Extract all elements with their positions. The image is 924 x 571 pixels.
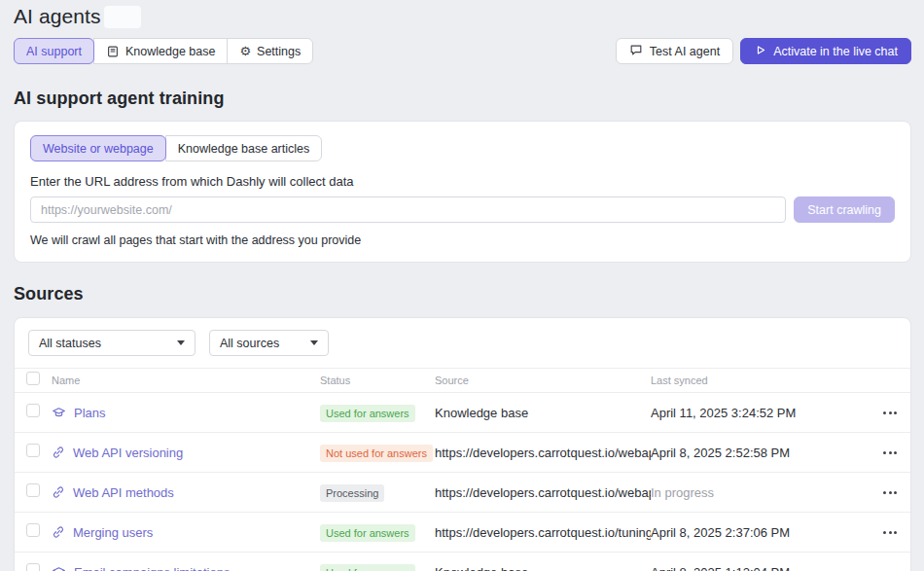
training-tab-group: Website or webpage Knowledge base articl… bbox=[30, 135, 322, 161]
status-badge: Used for answers bbox=[320, 405, 415, 422]
column-header-name: Name bbox=[52, 375, 320, 386]
source-name-label: Email campaigns limitations bbox=[74, 565, 230, 571]
tab-ai-support[interactable]: AI support bbox=[14, 38, 94, 64]
source-value: Knowledge base bbox=[435, 406, 651, 420]
status-badge: Used for answers bbox=[320, 524, 415, 542]
source-name-label: Web API versioning bbox=[73, 446, 183, 460]
table-row: Email campaigns limitations Used for ans… bbox=[15, 553, 910, 571]
row-actions-menu-button[interactable] bbox=[856, 485, 899, 500]
row-checkbox[interactable] bbox=[26, 444, 40, 457]
tab-kb-articles-label: Knowledge base articles bbox=[178, 142, 310, 156]
kebab-icon bbox=[883, 451, 886, 454]
tab-website-or-webpage[interactable]: Website or webpage bbox=[30, 135, 166, 161]
source-filter-value: All sources bbox=[220, 337, 279, 350]
test-ai-agent-button[interactable]: Test AI agent bbox=[616, 38, 733, 64]
chevron-down-icon bbox=[310, 340, 318, 345]
row-actions-menu-button[interactable] bbox=[856, 565, 899, 571]
source-name-link[interactable]: Merging users bbox=[52, 525, 320, 540]
row-actions-menu-button[interactable] bbox=[856, 406, 899, 420]
tab-knowledge-base-label: Knowledge base bbox=[125, 45, 215, 58]
kebab-icon bbox=[883, 531, 886, 534]
status-badge: Processing bbox=[320, 484, 384, 502]
chat-bubble-icon bbox=[629, 43, 643, 59]
activate-live-chat-label: Activate in the live chat bbox=[773, 45, 898, 58]
column-header-status: Status bbox=[320, 375, 435, 386]
table-header-row: Name Status Source Last synced bbox=[15, 368, 910, 393]
source-name-link[interactable]: Web API methods bbox=[52, 485, 320, 500]
link-icon bbox=[52, 525, 65, 539]
title-edit-highlight bbox=[104, 6, 141, 28]
tab-knowledge-base-articles[interactable]: Knowledge base articles bbox=[165, 135, 323, 161]
status-filter-select[interactable]: All statuses bbox=[28, 330, 195, 356]
header-bar: AI support Knowledge base ⚙ Settings bbox=[14, 38, 911, 64]
last-synced-value: April 11, 2025 3:24:52 PM bbox=[651, 406, 856, 420]
url-label: Enter the URL address from which Dashly … bbox=[30, 174, 895, 189]
start-crawling-button[interactable]: Start crawling bbox=[794, 196, 895, 223]
column-header-last-synced: Last synced bbox=[651, 375, 856, 386]
table-body: Plans Used for answers Knowledge base Ap… bbox=[15, 393, 910, 571]
source-value: https://developers.carrotquest.io/tuning… bbox=[435, 525, 651, 540]
sources-table: Name Status Source Last synced Plans Use… bbox=[15, 368, 910, 571]
tab-settings[interactable]: ⚙ Settings bbox=[227, 38, 313, 64]
last-synced-value: April 8, 2025 2:52:58 PM bbox=[651, 446, 856, 460]
tab-settings-label: Settings bbox=[257, 45, 301, 58]
source-value: https://developers.carrotquest.io/webapi… bbox=[435, 485, 651, 500]
link-icon bbox=[52, 485, 65, 499]
knowledge-base-icon bbox=[52, 406, 66, 420]
select-all-checkbox[interactable] bbox=[26, 372, 40, 385]
url-input-row: Start crawling bbox=[30, 196, 895, 223]
source-name-link[interactable]: Plans bbox=[52, 406, 320, 420]
gear-icon: ⚙ bbox=[239, 45, 251, 57]
table-row: Web API versioning Not used for answers … bbox=[15, 433, 910, 473]
chevron-down-icon bbox=[177, 340, 185, 345]
play-icon bbox=[754, 44, 766, 59]
last-synced-value: April 8, 2025 2:37:06 PM bbox=[651, 525, 856, 540]
sources-heading: Sources bbox=[14, 284, 911, 304]
last-synced-value: In progress bbox=[651, 485, 856, 500]
status-badge: Used for answers bbox=[320, 564, 415, 571]
page-title: AI agents bbox=[14, 5, 101, 28]
training-card: Website or webpage Knowledge base articl… bbox=[14, 121, 911, 263]
tab-website-label: Website or webpage bbox=[43, 142, 154, 156]
source-name-label: Plans bbox=[74, 406, 106, 420]
knowledge-base-icon bbox=[52, 565, 66, 571]
status-filter-value: All statuses bbox=[39, 337, 101, 350]
source-name-link[interactable]: Email campaigns limitations bbox=[52, 565, 320, 571]
training-heading: AI support agent training bbox=[14, 89, 911, 109]
row-actions-menu-button[interactable] bbox=[856, 446, 899, 460]
row-checkbox[interactable] bbox=[26, 523, 40, 537]
filters-row: All statuses All sources bbox=[15, 330, 910, 356]
source-name-label: Merging users bbox=[73, 525, 153, 540]
kebab-icon bbox=[883, 411, 886, 414]
column-header-source: Source bbox=[435, 375, 651, 386]
header-actions: Test AI agent Activate in the live chat bbox=[616, 38, 911, 64]
tab-ai-support-label: AI support bbox=[26, 45, 82, 58]
source-name-link[interactable]: Web API versioning bbox=[52, 446, 320, 460]
source-filter-select[interactable]: All sources bbox=[209, 330, 329, 356]
title-row: AI agents bbox=[14, 4, 911, 29]
row-checkbox[interactable] bbox=[26, 483, 40, 497]
activate-live-chat-button[interactable]: Activate in the live chat bbox=[740, 38, 911, 64]
row-checkbox[interactable] bbox=[26, 563, 40, 571]
table-row: Plans Used for answers Knowledge base Ap… bbox=[15, 393, 910, 433]
source-name-label: Web API methods bbox=[73, 485, 174, 500]
status-badge: Not used for answers bbox=[320, 445, 433, 462]
page: AI agents AI support Knowledge base ⚙ Se… bbox=[0, 0, 924, 571]
source-value: Knowledge base bbox=[435, 565, 651, 571]
test-ai-agent-label: Test AI agent bbox=[650, 45, 720, 58]
row-checkbox[interactable] bbox=[26, 404, 40, 417]
row-actions-menu-button[interactable] bbox=[856, 525, 899, 540]
crawl-helper-text: We will crawl all pages that start with … bbox=[30, 233, 895, 247]
table-row: Merging users Used for answers https://d… bbox=[15, 513, 910, 553]
last-synced-value: April 8, 2025 1:12:04 PM bbox=[651, 565, 856, 571]
source-value: https://developers.carrotquest.io/webapi… bbox=[435, 446, 651, 460]
start-crawling-label: Start crawling bbox=[807, 203, 881, 217]
kebab-icon bbox=[883, 491, 886, 494]
notebook-icon bbox=[106, 45, 120, 58]
url-input[interactable] bbox=[30, 196, 786, 223]
header-tab-group: AI support Knowledge base ⚙ Settings bbox=[14, 38, 313, 64]
tab-knowledge-base[interactable]: Knowledge base bbox=[93, 38, 228, 64]
link-icon bbox=[52, 446, 65, 459]
table-row: Web API methods Processing https://devel… bbox=[15, 473, 910, 513]
sources-card: All statuses All sources Name Status Sou… bbox=[14, 317, 911, 571]
